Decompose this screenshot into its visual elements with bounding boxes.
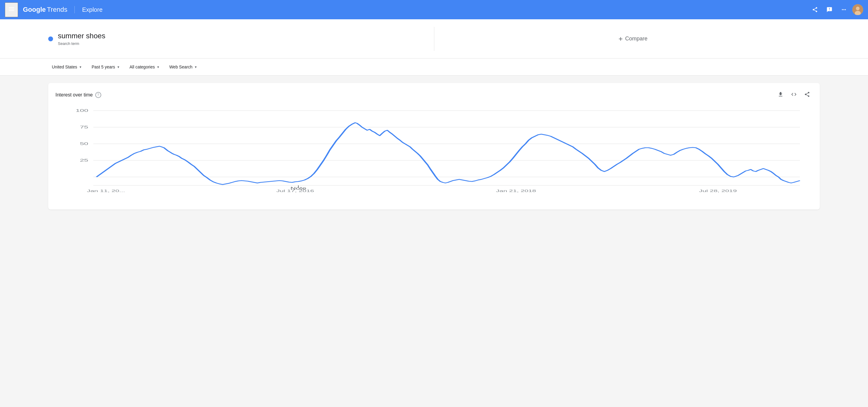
svg-text:50: 50	[80, 142, 88, 146]
main-content: Interest over time ?	[0, 76, 868, 217]
category-filter-label: All categories	[130, 64, 155, 69]
term-name: summer shoes	[58, 32, 105, 40]
feedback-button[interactable]	[824, 4, 835, 16]
apps-button[interactable]	[838, 4, 850, 16]
term-type: Search term	[58, 41, 105, 46]
filters-bar: United States ▼ Past 5 years ▼ All categ…	[0, 59, 868, 76]
header-icons	[809, 4, 863, 16]
chart-title: Interest over time	[56, 92, 93, 98]
region-filter[interactable]: United States ▼	[48, 62, 86, 72]
svg-point-1	[856, 7, 860, 10]
menu-button[interactable]	[5, 2, 18, 17]
interest-over-time-card: Interest over time ?	[48, 83, 820, 210]
share-button[interactable]	[809, 4, 821, 16]
chart-container: 100 75 50 25 Jan 11, 20... Jul 17, 2016 …	[56, 105, 812, 202]
time-range-filter-arrow: ▼	[117, 65, 120, 69]
search-type-filter[interactable]: Web Search ▼	[166, 62, 201, 72]
compare-button[interactable]: + Compare	[446, 35, 820, 43]
compare-label: Compare	[625, 36, 647, 42]
category-filter-arrow: ▼	[157, 65, 160, 69]
app-header: Google Trends Explore	[0, 0, 868, 19]
chart-header: Interest over time ?	[56, 90, 812, 100]
trend-chart: 100 75 50 25 Jan 11, 20... Jul 17, 2016 …	[56, 105, 812, 201]
compare-divider	[434, 27, 434, 51]
chart-actions	[775, 90, 812, 100]
term-info: summer shoes Search term	[58, 32, 105, 46]
help-icon[interactable]: ?	[95, 92, 101, 98]
region-filter-arrow: ▼	[79, 65, 82, 69]
explore-label: Explore	[82, 6, 102, 13]
google-trends-logo[interactable]: Google Trends	[23, 6, 67, 13]
search-area: summer shoes Search term + Compare	[0, 19, 868, 59]
time-range-filter[interactable]: Past 5 years ▼	[88, 62, 124, 72]
svg-text:25: 25	[80, 158, 88, 162]
svg-text:100: 100	[76, 108, 88, 113]
category-filter[interactable]: All categories ▼	[126, 62, 163, 72]
download-button[interactable]	[775, 90, 786, 100]
region-filter-label: United States	[52, 64, 77, 69]
compare-plus-icon: +	[618, 35, 623, 43]
time-range-filter-label: Past 5 years	[92, 64, 115, 69]
search-type-filter-label: Web Search	[169, 64, 193, 69]
avatar[interactable]	[852, 4, 863, 15]
svg-text:Jan 21, 2018: Jan 21, 2018	[496, 189, 536, 193]
svg-text:Jul 28, 2019: Jul 28, 2019	[699, 189, 737, 193]
logo-google-text: Google	[23, 6, 46, 13]
logo-trends-text: Trends	[47, 6, 67, 13]
svg-text:75: 75	[80, 125, 88, 129]
share-chart-button[interactable]	[802, 90, 812, 100]
search-type-filter-arrow: ▼	[194, 65, 197, 69]
header-divider	[74, 6, 75, 13]
term-color-dot	[48, 36, 53, 41]
trend-line	[96, 123, 800, 185]
embed-button[interactable]	[788, 90, 799, 100]
svg-text:Jan 11, 20...: Jan 11, 20...	[87, 189, 125, 193]
search-term-card: summer shoes Search term	[48, 26, 422, 52]
chart-title-area: Interest over time ?	[56, 92, 101, 98]
